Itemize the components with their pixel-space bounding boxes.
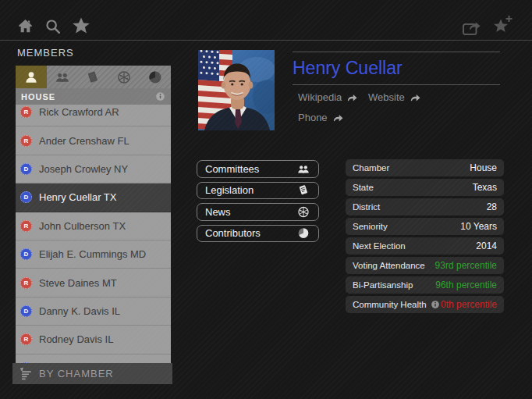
member-name: Danny K. Davis IL (39, 305, 120, 317)
profile-action-buttons: Committees Legislation News Contrib (197, 160, 319, 246)
party-badge: D (20, 191, 32, 203)
member-list-item[interactable]: D Elijah E. Cummings MD (16, 240, 171, 269)
sidebar-tab[interactable] (16, 66, 47, 88)
member-list-item[interactable]: D Henry Cuellar TX (16, 183, 171, 212)
list-index-scrubber (161, 216, 172, 262)
member-name: Henry Cuellar TX (39, 191, 116, 203)
detail-value: 0th percentile (440, 299, 497, 310)
detail-label: Seniority (353, 222, 388, 231)
action-button-label: Committees (205, 163, 296, 175)
member-list-item[interactable]: D Danny K. Davis IL (16, 297, 171, 326)
action-button-label: News (205, 206, 296, 218)
action-button[interactable]: Contributors (197, 225, 319, 243)
member-list-item[interactable]: R Ander Crenshaw FL (16, 126, 171, 155)
person-icon (23, 69, 39, 85)
bill-document-icon (85, 69, 101, 85)
detail-value: 2014 (406, 240, 497, 251)
party-badge: R (20, 277, 32, 289)
sidebar-tab[interactable] (47, 66, 78, 88)
link-label: Phone (298, 112, 328, 123)
divider (293, 52, 500, 52)
party-badge: D (20, 305, 32, 317)
divider (293, 84, 500, 85)
favorites-star-icon[interactable] (71, 16, 91, 35)
sidebar-title: MEMBERS (17, 47, 74, 59)
index-letter[interactable] (161, 247, 172, 262)
detail-row: District 28 (346, 198, 504, 216)
member-name: Elijah E. Cummings MD (39, 248, 146, 260)
people-group-icon (55, 69, 70, 85)
party-badge: R (20, 333, 32, 345)
link-label: Wikipedia (298, 91, 342, 103)
detail-label: Voting Attendance (353, 261, 425, 270)
member-list-item[interactable]: R John Culberson TX (16, 212, 171, 240)
detail-row: Seniority 10 Years (346, 218, 504, 235)
news-globe-icon (296, 205, 310, 219)
party-badge: R (20, 220, 32, 232)
sidebar-tab[interactable] (140, 66, 171, 88)
member-name: Steve Daines MT (39, 277, 117, 289)
external-link[interactable]: Website (368, 91, 420, 103)
member-list-item[interactable]: R Steve Daines MT (16, 269, 171, 297)
detail-row: Chamber House (346, 159, 504, 176)
forward-arrow-icon (410, 92, 420, 102)
detail-value: 93rd percentile (425, 260, 497, 271)
member-list-item[interactable]: R Rick Crawford AR (16, 105, 171, 126)
action-button-label: Contributors (205, 227, 296, 239)
detail-label: State (353, 183, 374, 192)
detail-value: 28 (380, 201, 497, 212)
member-list-item[interactable]: R Rodney Davis IL (16, 326, 171, 354)
member-name: Ander Crenshaw FL (39, 135, 129, 147)
detail-label: Chamber (353, 163, 389, 173)
action-button[interactable]: Committees (197, 160, 319, 178)
share-icon[interactable] (462, 19, 483, 36)
forward-arrow-icon (346, 92, 357, 102)
news-globe-icon (116, 69, 132, 85)
home-icon[interactable] (16, 17, 34, 34)
section-label: HOUSE (21, 92, 155, 102)
detail-row: State Texas (346, 179, 504, 196)
detail-value: 10 Years (388, 221, 497, 232)
detail-value: 96th percentile (413, 280, 497, 290)
sidebar-tab[interactable] (108, 66, 140, 88)
member-list-item[interactable]: D Joseph Crowley NY (16, 155, 171, 183)
member-list-item[interactable]: D (16, 354, 171, 363)
add-favorite-icon[interactable] (491, 14, 514, 36)
info-icon[interactable] (431, 300, 440, 309)
detail-label: Next Election (353, 241, 406, 251)
index-letter[interactable] (161, 216, 172, 231)
member-name: John Culberson TX (39, 220, 126, 232)
detail-value: House (389, 162, 497, 173)
top-toolbar (0, 0, 532, 41)
index-letter[interactable] (161, 231, 172, 247)
sidebar-tab[interactable] (78, 66, 109, 88)
sort-filter-icon (19, 367, 32, 380)
detail-value: Texas (374, 182, 497, 193)
detail-row: Bi-Partisanship 96th percentile (346, 276, 504, 294)
external-link[interactable]: Phone (298, 112, 343, 123)
list-section-header: HOUSE (16, 88, 171, 105)
sort-by-chamber-button[interactable]: BY CHAMBER (12, 363, 172, 384)
detail-row: Voting Attendance 93rd percentile (346, 257, 504, 274)
detail-row: Next Election 2014 (346, 237, 504, 255)
page-title-member-name: Henry Cuellar (293, 58, 403, 79)
party-badge: D (20, 248, 32, 260)
member-name: Joseph Crowley NY (39, 163, 128, 175)
pie-chart-icon (296, 226, 310, 240)
party-badge: D (20, 163, 32, 175)
pie-chart-icon (147, 69, 163, 85)
detail-label: Bi-Partisanship (353, 280, 413, 290)
link-label: Website (368, 91, 405, 103)
sidebar-tabbar (16, 66, 171, 88)
action-button[interactable]: News (197, 203, 319, 221)
footer-label: BY CHAMBER (39, 368, 114, 379)
action-button[interactable]: Legislation (197, 182, 319, 200)
external-link[interactable]: Wikipedia (298, 91, 357, 103)
detail-row: Community Health 0th percentile (346, 296, 504, 313)
party-badge: R (20, 106, 32, 118)
section-info-icon[interactable] (155, 91, 165, 102)
action-button-label: Legislation (205, 184, 296, 196)
search-icon[interactable] (44, 18, 62, 34)
member-name: Rick Crawford AR (39, 106, 119, 118)
bill-document-icon (296, 183, 310, 197)
